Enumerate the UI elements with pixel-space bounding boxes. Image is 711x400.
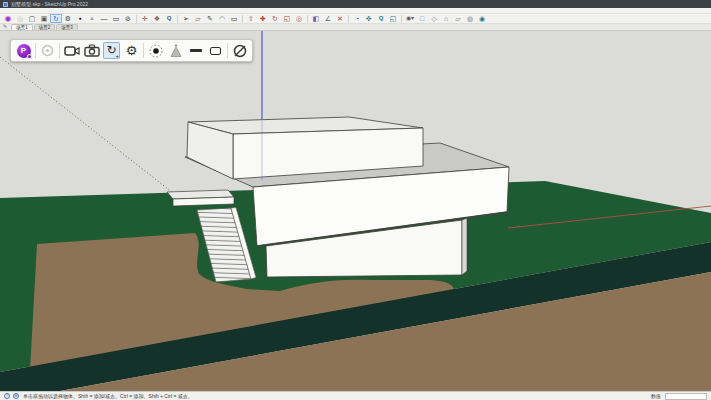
video-camera-icon <box>64 45 80 57</box>
rotate-tool-button[interactable]: ↻ <box>269 14 281 23</box>
measurement-input[interactable] <box>665 393 707 400</box>
view-iso-button[interactable]: ◇ <box>428 14 440 23</box>
render-preview-button[interactable]: ◎ <box>14 14 26 23</box>
status-bar: ?⊕ 单击或拖动以选择物体。Shift = 添加/减去。Ctrl = 添加。Sh… <box>0 391 711 400</box>
bottom-slab-side <box>462 218 467 275</box>
status-hint: 单击或拖动以选择物体。Shift = 添加/减去。Ctrl = 添加。Shift… <box>23 393 193 399</box>
tape-measure-button[interactable]: ∠ <box>322 14 334 23</box>
hide-lights-button[interactable]: ⊘ <box>122 14 134 23</box>
scale-tool-button[interactable]: ◱ <box>281 14 293 23</box>
styles-dropdown-button[interactable]: ◉▾ <box>404 14 416 23</box>
toolkit-button[interactable]: ❖ <box>151 14 163 23</box>
weld-tool-button[interactable]: ✛ <box>139 14 151 23</box>
separator[interactable] <box>401 15 402 23</box>
toolbar-separator <box>35 43 36 58</box>
photo-camera-button[interactable] <box>83 42 100 59</box>
eye-off-icon <box>232 43 248 59</box>
area-light-button[interactable]: ▭ <box>110 14 122 23</box>
sketchup-window: 别墅模型.skp - SketchUp Pro 2022 ◉◎▢▣↻⚙●▲—▭⊘… <box>0 0 711 400</box>
plus-badge-icon: + <box>115 53 119 59</box>
toolbar-separator <box>143 43 144 58</box>
spot-light-button[interactable]: ▲ <box>86 14 98 23</box>
plugin-logo-icon: P <box>17 44 31 58</box>
scene-tabs-lead-icon[interactable]: ✎ <box>3 23 7 30</box>
scene-tab[interactable]: 场景1 <box>11 24 33 30</box>
photo-camera-button[interactable]: ▣ <box>38 14 50 23</box>
photo-camera-icon <box>84 44 100 57</box>
point-light-button[interactable]: ● <box>74 14 86 23</box>
gear-icon: ⚙ <box>126 42 138 59</box>
render-settings-button[interactable]: ⚙ <box>123 42 140 59</box>
camera-sync-button[interactable]: ↻ + <box>103 42 120 59</box>
separator[interactable] <box>177 15 178 23</box>
select-tool-button[interactable]: ➢ <box>180 14 192 23</box>
plugin-logo-button[interactable]: P <box>15 42 32 59</box>
push-pull-button[interactable]: ⇧ <box>245 14 257 23</box>
paint-bucket-button[interactable]: ◧ <box>310 14 322 23</box>
last-globe-button[interactable]: ◉ <box>476 14 488 23</box>
view-side-button[interactable]: ▱ <box>452 14 464 23</box>
geolocation-icon[interactable]: ⊕ <box>13 393 19 399</box>
zoom-tool-button[interactable]: Q <box>163 14 175 23</box>
separator[interactable] <box>348 15 349 23</box>
circle-dot-icon <box>40 43 55 58</box>
shaded-view-button[interactable]: ◍ <box>464 14 476 23</box>
linear-light-icon <box>190 49 202 52</box>
toolbar-separator <box>227 43 228 58</box>
status-icons: ?⊕ <box>4 393 19 399</box>
move-tool-button[interactable]: ✚ <box>257 14 269 23</box>
point-light-icon <box>148 43 164 59</box>
render-preview-button[interactable] <box>39 42 56 59</box>
axes-tool-button[interactable]: ✕ <box>334 14 346 23</box>
linear-light-button[interactable]: — <box>98 14 110 23</box>
separator[interactable] <box>307 15 308 23</box>
title-bar: 别墅模型.skp - SketchUp Pro 2022 <box>0 0 711 8</box>
pan-tool-button[interactable]: ✜ <box>363 14 375 23</box>
separator[interactable] <box>242 15 243 23</box>
platform-front <box>173 197 234 206</box>
window-title: 别墅模型.skp - SketchUp Pro 2022 <box>11 0 88 8</box>
area-light-button[interactable] <box>207 42 224 59</box>
video-camera-button[interactable] <box>63 42 80 59</box>
pencil-tool-button[interactable]: ✎ <box>204 14 216 23</box>
main-toolbar: ◉◎▢▣↻⚙●▲—▭⊘✛❖Q➢▱✎◠▭⇧✚↻◱◎◧∠✕◔✜Q◱◉▾□◇⌂▱◍◉ <box>0 14 711 24</box>
scene-tab[interactable]: 场景2 <box>34 24 56 30</box>
video-camera-button[interactable]: ▢ <box>26 14 38 23</box>
zoom-view-button[interactable]: Q <box>375 14 387 23</box>
hide-lights-button[interactable] <box>231 42 248 59</box>
separator[interactable] <box>136 15 137 23</box>
render-settings-button[interactable]: ⚙ <box>62 14 74 23</box>
spot-light-cone-icon <box>168 43 184 59</box>
sketchup-app-icon <box>3 2 8 7</box>
scene-tabs-bar: ✎ 场景1场景2场景3 <box>0 24 711 31</box>
eraser-tool-button[interactable]: ▱ <box>192 14 204 23</box>
camera-sync-button[interactable]: ↻ <box>50 14 62 23</box>
area-light-icon <box>210 47 221 55</box>
scene-tab[interactable]: 场景3 <box>56 24 78 30</box>
point-light-button[interactable] <box>147 42 164 59</box>
spot-light-button[interactable] <box>167 42 184 59</box>
orbit-tool-button[interactable]: ◔ <box>351 14 363 23</box>
arc-tool-button[interactable]: ◠ <box>216 14 228 23</box>
offset-tool-button[interactable]: ◎ <box>293 14 305 23</box>
linear-light-button[interactable] <box>187 42 204 59</box>
toolbar-separator <box>59 43 60 58</box>
help-icon[interactable]: ? <box>4 393 10 399</box>
shapes-tool-button[interactable]: ▭ <box>228 14 240 23</box>
viewport-3d[interactable] <box>0 31 711 391</box>
plugin-logo-button[interactable]: ◉ <box>2 14 14 23</box>
view-top-button[interactable]: □ <box>416 14 428 23</box>
zoom-extents-button[interactable]: ◱ <box>387 14 399 23</box>
render-plugin-toolbar: P ↻ + ⚙ <box>10 39 253 62</box>
view-front-button[interactable]: ⌂ <box>440 14 452 23</box>
measurement-label: 数值 <box>651 393 661 399</box>
